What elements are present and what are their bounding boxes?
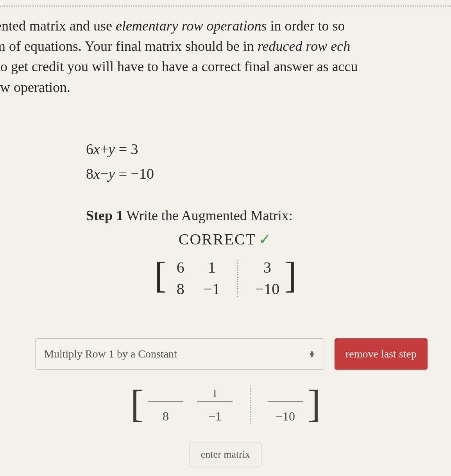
m1-r2c1: 8 bbox=[172, 280, 190, 298]
remove-last-step-button[interactable]: remove last step bbox=[335, 338, 428, 370]
m2-r1c2-input[interactable]: I bbox=[197, 386, 233, 402]
m2-r2c2: −1 bbox=[197, 408, 233, 424]
problem-prompt: nented matrix and use elementary row ope… bbox=[0, 16, 451, 97]
system-of-equations: 6x+y = 3 8x−y = −10 bbox=[86, 137, 154, 186]
m1-r1c1: 6 bbox=[172, 258, 190, 277]
eq2-var1: x bbox=[93, 165, 100, 182]
equation-1: 6x+y = 3 bbox=[86, 137, 154, 162]
augment-separator-icon bbox=[237, 260, 238, 297]
step-text: Write the Augmented Matrix: bbox=[123, 208, 293, 223]
m1-r2c2: −1 bbox=[203, 280, 221, 298]
eq2-rhs: = −10 bbox=[115, 165, 154, 182]
prompt-line1-b: elementary row operations bbox=[116, 18, 267, 34]
right-bracket-icon: ] bbox=[308, 384, 320, 424]
eq1-var2: y bbox=[108, 141, 115, 157]
eq1-coef1: 6 bbox=[86, 141, 93, 157]
prompt-line2-a: em of equations. Your final matrix shoul… bbox=[0, 38, 258, 54]
m2-r2c3: −10 bbox=[268, 408, 303, 424]
eq2-var2: y bbox=[108, 165, 115, 182]
prompt-line3: r to get credit you will have to have a … bbox=[0, 59, 358, 74]
text-cursor-icon: I bbox=[213, 387, 217, 400]
enter-matrix-button[interactable]: enter matrix bbox=[190, 442, 261, 467]
augmented-matrix-step1: [ 6 1 3 8 −1 −10 ] bbox=[0, 258, 451, 298]
row-operation-select-value: Multiply Row 1 by a Constant bbox=[44, 348, 177, 360]
m2-r1c3-input[interactable] bbox=[268, 386, 303, 402]
step-number: Step 1 bbox=[86, 208, 123, 223]
feedback-correct: CORRECT✓ bbox=[0, 230, 451, 248]
m1-r2c3: −10 bbox=[255, 280, 280, 298]
prompt-line1-a: nented matrix and use bbox=[0, 18, 116, 34]
left-bracket-icon: [ bbox=[131, 384, 143, 424]
divider-dotted bbox=[0, 0, 451, 7]
editable-matrix: [ I 8 −1 −10 ] bbox=[0, 385, 451, 424]
right-bracket-icon: ] bbox=[284, 257, 297, 296]
feedback-text: CORRECT bbox=[179, 230, 256, 248]
row-operation-select[interactable]: Multiply Row 1 by a Constant ▲▼ bbox=[35, 338, 324, 370]
m2-r1c1-input[interactable] bbox=[148, 386, 183, 402]
equation-2: 8x−y = −10 bbox=[86, 162, 154, 186]
eq1-op: + bbox=[100, 141, 108, 157]
eq2-op: − bbox=[100, 165, 108, 182]
eq1-var1: x bbox=[93, 141, 100, 157]
m1-r1c3: 3 bbox=[255, 258, 280, 277]
controls-row: Multiply Row 1 by a Constant ▲▼ remove l… bbox=[35, 338, 428, 370]
prompt-line1-c: in order to so bbox=[267, 18, 345, 34]
step-heading: Step 1 Write the Augmented Matrix: bbox=[86, 207, 293, 224]
left-bracket-icon: [ bbox=[154, 257, 167, 296]
augment-separator-icon bbox=[250, 385, 251, 424]
eq2-coef1: 8 bbox=[86, 165, 93, 182]
check-icon: ✓ bbox=[258, 230, 272, 248]
select-stepper-icon: ▲▼ bbox=[308, 350, 315, 357]
eq1-rhs: = 3 bbox=[115, 141, 138, 157]
prompt-line4: row operation. bbox=[0, 79, 70, 95]
m1-r1c2: 1 bbox=[203, 258, 221, 277]
m2-r2c1: 8 bbox=[148, 408, 183, 424]
prompt-line2-b: reduced row ech bbox=[258, 38, 350, 54]
